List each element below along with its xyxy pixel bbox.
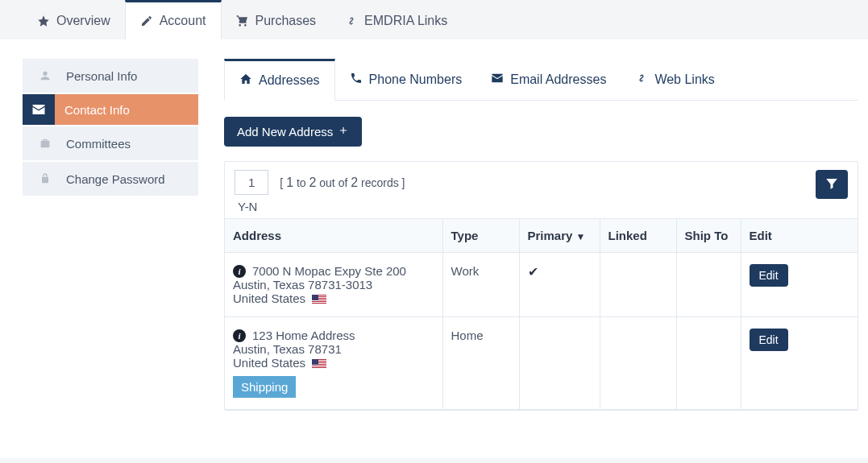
sidebar-item-committees[interactable]: Committees [23, 126, 198, 160]
filter-button[interactable] [816, 170, 848, 199]
phone-icon [350, 72, 363, 88]
subtab-label: Email Addresses [510, 72, 606, 87]
table-row: i 123 Home Address Austin, Texas 78731 U… [225, 317, 858, 410]
info-icon[interactable]: i [233, 329, 246, 342]
col-primary[interactable]: Primary ▼ [519, 219, 600, 253]
address-table-container: 1 [ 1 to 2 out of 2 records ] Y-N Addres… [224, 161, 858, 411]
subtab-web-links[interactable]: Web Links [621, 59, 729, 100]
sort-label: Y-N [238, 200, 405, 213]
sidebar-item-label: Change Password [66, 172, 165, 186]
shipping-badge: Shipping [233, 376, 296, 398]
cell-type: Home [442, 317, 519, 410]
edit-button[interactable]: Edit [750, 264, 788, 287]
address-table: Address Type Primary ▼ Linked Ship To Ed… [225, 218, 858, 410]
cell-edit: Edit [741, 317, 858, 410]
home-icon [239, 72, 252, 89]
subtab-label: Phone Numbers [369, 72, 463, 87]
add-button-label: Add New Address [237, 125, 333, 138]
link-icon [635, 72, 648, 88]
sidebar-item-personal-info[interactable]: Personal Info [23, 59, 198, 93]
col-shipto[interactable]: Ship To [676, 219, 741, 253]
lock-icon [34, 170, 56, 188]
table-row: i 7000 N Mopac Expy Ste 200 Austin, Texa… [225, 253, 858, 317]
sidebar-item-label: Committees [66, 137, 131, 151]
cell-edit: Edit [741, 253, 858, 317]
tab-label: EMDRIA Links [364, 14, 447, 28]
tab-account[interactable]: Account [125, 0, 222, 39]
cell-primary [519, 317, 600, 410]
mail-icon [491, 72, 504, 88]
cell-primary: ✔ [519, 253, 600, 317]
col-type[interactable]: Type [442, 219, 519, 253]
tab-label: Purchases [255, 14, 317, 28]
sidebar: Personal Info Contact Info Committees Ch… [0, 39, 198, 458]
info-icon[interactable]: i [233, 265, 246, 278]
cart-icon [236, 14, 249, 27]
cell-type: Work [442, 253, 519, 317]
tab-emdria-links[interactable]: EMDRIA Links [330, 0, 462, 39]
link-icon [345, 14, 358, 27]
edit-button[interactable]: Edit [750, 329, 788, 351]
us-flag-icon [312, 295, 326, 304]
cell-linked [600, 253, 676, 317]
col-address[interactable]: Address [225, 219, 442, 253]
sub-tabs: Addresses Phone Numbers Email Addresses … [224, 59, 858, 101]
pager-summary: [ 1 to 2 out of 2 records ] [280, 176, 405, 190]
cell-shipto [676, 253, 741, 317]
tab-label: Account [160, 14, 206, 28]
pencil-square-icon [140, 14, 153, 27]
top-tabs: Overview Account Purchases EMDRIA Links [0, 0, 868, 39]
us-flag-icon [312, 359, 326, 369]
check-icon: ✔ [528, 265, 538, 279]
sidebar-item-label: Contact Info [64, 103, 130, 117]
sidebar-item-change-password[interactable]: Change Password [23, 162, 198, 196]
subtab-phone-numbers[interactable]: Phone Numbers [335, 59, 477, 100]
user-icon [34, 67, 56, 85]
tab-purchases[interactable]: Purchases [222, 0, 331, 39]
tab-label: Overview [56, 14, 110, 28]
caret-down-icon: ▼ [576, 231, 586, 242]
cell-address: i 7000 N Mopac Expy Ste 200 Austin, Texa… [225, 253, 442, 317]
subtab-email-addresses[interactable]: Email Addresses [476, 59, 621, 100]
tab-overview[interactable]: Overview [23, 0, 125, 39]
sidebar-item-contact-info[interactable]: Contact Info [23, 94, 198, 125]
sidebar-item-label: Personal Info [66, 69, 137, 83]
add-new-address-button[interactable]: Add New Address [224, 117, 362, 147]
cell-address: i 123 Home Address Austin, Texas 78731 U… [225, 317, 442, 410]
envelope-icon [23, 94, 55, 125]
filter-icon [824, 176, 839, 193]
col-edit[interactable]: Edit [741, 219, 858, 253]
cell-shipto [676, 317, 741, 410]
subtab-label: Addresses [259, 73, 320, 88]
plus-icon [338, 125, 349, 138]
briefcase-icon [34, 134, 56, 152]
subtab-addresses[interactable]: Addresses [224, 59, 335, 101]
cell-linked [600, 317, 676, 410]
page-number[interactable]: 1 [235, 170, 268, 195]
subtab-label: Web Links [654, 72, 714, 87]
star-icon [37, 14, 50, 27]
col-linked[interactable]: Linked [600, 219, 676, 253]
